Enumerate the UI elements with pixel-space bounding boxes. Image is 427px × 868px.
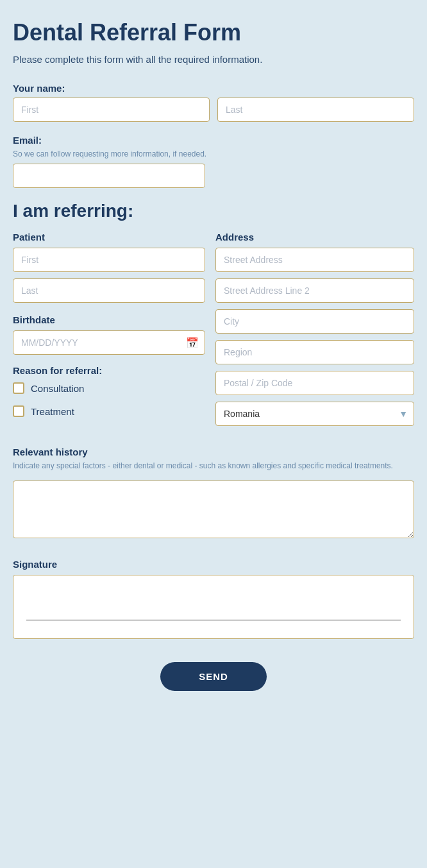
street-address2-input[interactable] [215,278,414,303]
birthdate-label: Birthdate [13,314,205,325]
reason-label: Reason for referral: [13,365,205,376]
page-subtitle: Please complete this form with all the r… [13,54,414,65]
region-input[interactable] [215,340,414,364]
birthdate-input[interactable] [13,330,205,355]
country-select[interactable]: Romania United States United Kingdom Ger… [215,402,414,426]
relevant-note: Indicate any special factors - either de… [13,461,414,470]
relevant-history-textarea[interactable] [13,481,414,538]
patient-label: Patient [13,232,205,243]
city-input[interactable] [215,309,414,334]
signature-label: Signature [13,559,414,570]
email-note: So we can follow requesting more informa… [13,149,414,158]
treatment-label[interactable]: Treatment [31,406,74,417]
address-label: Address [215,232,414,243]
consultation-checkbox[interactable] [13,382,24,394]
signature-line [26,620,401,620]
postal-input[interactable] [215,371,414,395]
relevant-title: Relevant history [13,447,414,457]
patient-first-input[interactable] [13,248,205,272]
referring-title: I am referring: [13,201,414,221]
signature-box[interactable] [13,575,414,639]
patient-last-input[interactable] [13,278,205,303]
consultation-label[interactable]: Consultation [31,383,84,394]
email-label: Email: [13,135,414,146]
treatment-checkbox[interactable] [13,405,24,417]
your-name-label: Your name: [13,83,414,94]
send-button[interactable]: SEND [160,662,267,691]
last-name-input[interactable] [217,98,414,122]
page-title: Dental Referral Form [13,19,414,46]
email-input[interactable] [13,164,205,188]
street-address-input[interactable] [215,248,414,272]
first-name-input[interactable] [13,98,210,122]
